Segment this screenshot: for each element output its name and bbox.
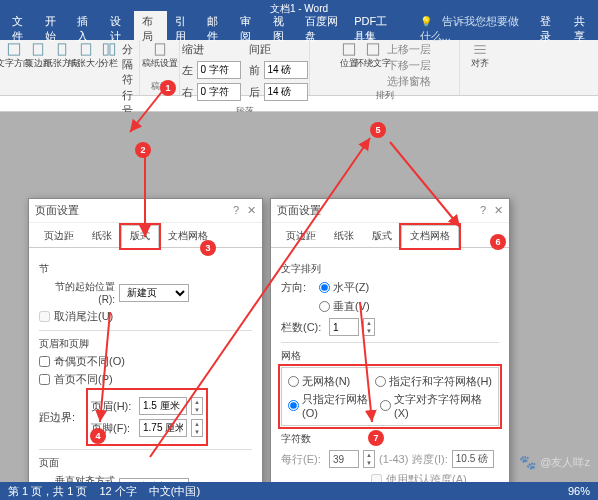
svg-rect-3	[81, 44, 90, 55]
header-dist-input[interactable]	[139, 397, 187, 415]
text-direction-button[interactable]: 文字方向	[4, 42, 24, 70]
manuscript-button[interactable]: 稿纸设置	[150, 42, 170, 70]
section-start-label: 节的起始位置(R):	[39, 280, 115, 305]
document-canvas: 页面设置?✕ 页边距 纸张 版式 文档网格 节 节的起始位置(R):新建页 取消…	[0, 112, 598, 492]
dlg2-tab-paper[interactable]: 纸张	[325, 225, 363, 247]
dlg2-tab-grid[interactable]: 文档网格	[401, 225, 459, 248]
marker-3: 3	[200, 240, 216, 256]
send-back-button[interactable]: 下移一层	[387, 58, 431, 73]
size-button[interactable]: 纸张大小	[76, 42, 96, 70]
grid-lines-radio[interactable]	[288, 400, 299, 411]
space-after-input[interactable]	[264, 83, 308, 101]
svg-rect-8	[367, 44, 378, 55]
cols-input[interactable]	[329, 318, 359, 336]
dlg2-help-icon[interactable]: ?	[480, 204, 486, 217]
svg-rect-1	[33, 44, 42, 55]
indent-left-input[interactable]	[197, 61, 241, 79]
svg-rect-0	[8, 44, 19, 55]
svg-rect-5	[110, 44, 115, 55]
zoom-value[interactable]: 96%	[568, 485, 590, 497]
dir-horiz-radio[interactable]	[319, 282, 330, 293]
from-edge-label: 距边界:	[39, 410, 85, 425]
group-arrange-label: 排列	[376, 89, 394, 102]
dlg2-tab-layout[interactable]: 版式	[363, 225, 401, 247]
first-diff-check[interactable]	[39, 374, 50, 385]
spacing-label: 间距	[249, 42, 308, 57]
watermark: 🐾@友人咩z	[519, 454, 590, 470]
page-setup-dialog-1: 页面设置?✕ 页边距 纸张 版式 文档网格 节 节的起始位置(R):新建页 取消…	[28, 198, 263, 500]
share-button[interactable]: 共享	[566, 11, 594, 47]
ribbon: 文字方向 页边距 纸张方向 纸张大小 分栏 分隔符 行号 断字 页面设置↘ 稿纸…	[0, 40, 598, 96]
indent-label: 缩进	[182, 42, 241, 57]
page-section-label: 页面	[39, 456, 252, 470]
login-link[interactable]: 登录	[532, 11, 560, 47]
textdir-label: 文字排列	[281, 262, 499, 276]
chars-label: 字符数	[281, 432, 499, 446]
section-label: 节	[39, 262, 252, 276]
perline-input	[329, 450, 359, 468]
dir-vert-radio[interactable]	[319, 301, 330, 312]
marker-1: 1	[160, 80, 176, 96]
dlg1-tab-margin[interactable]: 页边距	[35, 225, 83, 247]
marker-2: 2	[135, 142, 151, 158]
svg-rect-7	[343, 44, 354, 55]
status-page: 第 1 页，共 1 页	[8, 484, 87, 499]
svg-rect-4	[103, 44, 108, 55]
dir-label: 方向:	[281, 280, 315, 295]
footer-dist-input[interactable]	[139, 419, 187, 437]
page-setup-dialog-2: 页面设置?✕ 页边距 纸张 版式 文档网格 文字排列 方向: 水平(Z) 垂直(…	[270, 198, 510, 500]
breaks-button[interactable]: 分隔符	[122, 42, 135, 87]
selection-pane-button[interactable]: 选择窗格	[387, 74, 431, 89]
dlg1-help-icon[interactable]: ?	[233, 204, 239, 217]
bring-fwd-button[interactable]: 上移一层	[387, 42, 431, 57]
grid-snap-radio[interactable]	[380, 400, 391, 411]
grid-spec-radio[interactable]	[375, 376, 386, 387]
wrap-button[interactable]: 环绕文字	[363, 42, 383, 70]
dlg2-title: 页面设置	[277, 203, 321, 218]
dlg1-tab-layout[interactable]: 版式	[121, 225, 159, 248]
suppress-endnote-check	[39, 311, 50, 322]
marker-5: 5	[370, 122, 386, 138]
columns-button[interactable]: 分栏	[100, 42, 118, 70]
cols-label: 栏数(C):	[281, 320, 325, 335]
svg-rect-2	[58, 44, 66, 55]
pitch-input	[452, 450, 494, 468]
grid-label: 网格	[281, 349, 499, 363]
dlg1-close-icon[interactable]: ✕	[247, 204, 256, 217]
statusbar: 第 1 页，共 1 页 12 个字 中文(中国) 96%	[0, 482, 598, 500]
grid-none-radio[interactable]	[288, 376, 299, 387]
headers-label: 页眉和页脚	[39, 337, 252, 351]
marker-4: 4	[90, 428, 106, 444]
space-before-input[interactable]	[264, 61, 308, 79]
section-start-select[interactable]: 新建页	[119, 284, 189, 302]
dlg1-title: 页面设置	[35, 203, 79, 218]
marker-6: 6	[490, 234, 506, 250]
marker-7: 7	[368, 430, 384, 446]
status-words: 12 个字	[99, 484, 136, 499]
indent-right-input[interactable]	[197, 83, 241, 101]
odd-even-check[interactable]	[39, 356, 50, 367]
dlg2-close-icon[interactable]: ✕	[494, 204, 503, 217]
menubar: 文件 开始 插入 设计 布局 引用 邮件 审阅 视图 百度网盘 PDF工具集 💡…	[0, 18, 598, 40]
status-lang: 中文(中国)	[149, 484, 200, 499]
svg-rect-6	[155, 44, 164, 55]
dlg1-tab-paper[interactable]: 纸张	[83, 225, 121, 247]
align-button[interactable]: 对齐	[470, 42, 490, 70]
dlg2-tab-margin[interactable]: 页边距	[277, 225, 325, 247]
